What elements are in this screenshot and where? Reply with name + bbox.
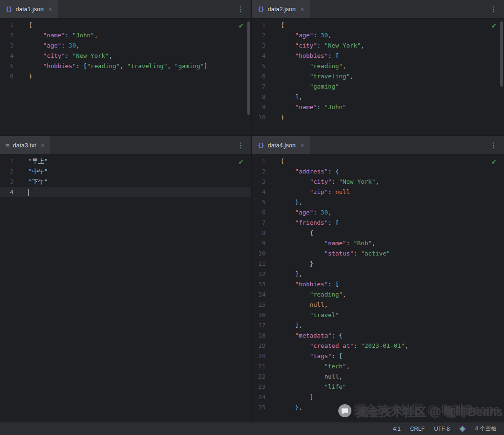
line-number[interactable]: 3 bbox=[252, 41, 273, 51]
code-line[interactable]: 21 "tech", bbox=[252, 361, 504, 372]
editor-data3-txt[interactable]: 1"早上"2"中午"3"下午"4 ✓ bbox=[0, 155, 251, 422]
code-line[interactable]: 3 "age": 30, bbox=[0, 41, 251, 51]
line-number[interactable]: 2 bbox=[0, 30, 21, 41]
code-line[interactable]: 6} bbox=[0, 71, 251, 82]
tab-close-icon[interactable]: × bbox=[300, 6, 304, 13]
more-options-icon[interactable]: ⋮ bbox=[237, 5, 251, 14]
code-line[interactable]: 3"下午" bbox=[0, 177, 251, 187]
code-line[interactable]: 7 "gaming" bbox=[252, 82, 504, 92]
line-number[interactable]: 1 bbox=[0, 156, 21, 166]
code-line[interactable]: 22 null, bbox=[252, 372, 504, 382]
code-line[interactable]: 15 null, bbox=[252, 300, 504, 310]
line-number[interactable]: 5 bbox=[0, 61, 21, 71]
line-number[interactable]: 4 bbox=[252, 187, 273, 197]
code-line[interactable]: 2 "address": { bbox=[252, 166, 504, 177]
line-number[interactable]: 2 bbox=[0, 166, 21, 177]
line-number[interactable]: 6 bbox=[0, 71, 21, 82]
code-line[interactable]: 12 ], bbox=[252, 269, 504, 279]
code-line[interactable]: 4 "hobbies": [ bbox=[252, 51, 504, 61]
editor-data4-json[interactable]: 1{2 "address": {3 "city": "New York",4 "… bbox=[252, 155, 504, 422]
code-line[interactable]: 25 }, bbox=[252, 402, 504, 413]
line-number[interactable]: 19 bbox=[252, 341, 273, 351]
line-number[interactable]: 14 bbox=[252, 290, 273, 300]
line-number[interactable]: 11 bbox=[252, 259, 273, 269]
file-encoding[interactable]: UTF-8 bbox=[434, 426, 450, 432]
editor-data2-json[interactable]: 1{2 "age": 30,3 "city": "New York",4 "ho… bbox=[252, 19, 504, 135]
line-number[interactable]: 6 bbox=[252, 207, 273, 218]
code-line[interactable]: 2 "name": "John", bbox=[0, 30, 251, 41]
line-number[interactable]: 5 bbox=[252, 61, 273, 71]
line-number[interactable]: 21 bbox=[252, 361, 273, 372]
code-line[interactable]: 8 { bbox=[252, 228, 504, 238]
code-line[interactable]: 4 bbox=[0, 187, 251, 197]
code-line[interactable]: 11 } bbox=[252, 259, 504, 269]
code-line[interactable]: 5 "reading", bbox=[252, 61, 504, 71]
code-line[interactable]: 2 "age": 30, bbox=[252, 30, 504, 41]
code-line[interactable]: 20 "tags": [ bbox=[252, 351, 504, 361]
code-line[interactable]: 1{ bbox=[252, 156, 504, 166]
tab-data1-json[interactable]: {} data1.json × bbox=[0, 0, 58, 18]
code-line[interactable]: 9 "name": "John" bbox=[252, 102, 504, 112]
line-number[interactable]: 9 bbox=[252, 238, 273, 249]
line-number[interactable]: 7 bbox=[252, 218, 273, 228]
line-number[interactable]: 2 bbox=[252, 30, 273, 41]
line-number[interactable]: 3 bbox=[0, 177, 21, 187]
status-widget-icon[interactable] bbox=[459, 426, 466, 432]
line-number[interactable]: 17 bbox=[252, 320, 273, 331]
line-number[interactable]: 10 bbox=[252, 112, 273, 123]
more-options-icon[interactable]: ⋮ bbox=[490, 5, 504, 14]
code-line[interactable]: 5 }, bbox=[252, 197, 504, 207]
line-number[interactable]: 24 bbox=[252, 392, 273, 402]
line-number[interactable]: 5 bbox=[252, 197, 273, 207]
code-line[interactable]: 6 "age": 30, bbox=[252, 207, 504, 218]
more-options-icon[interactable]: ⋮ bbox=[237, 141, 251, 150]
tab-data3-txt[interactable]: ≡ data3.txt × bbox=[0, 136, 51, 154]
line-number[interactable]: 15 bbox=[252, 300, 273, 310]
code-line[interactable]: 5 "hobbies": ["reading", "traveling", "g… bbox=[0, 61, 251, 71]
code-line[interactable]: 8 ], bbox=[252, 92, 504, 102]
code-line[interactable]: 1{ bbox=[0, 20, 251, 30]
code-line[interactable]: 19 "created_at": "2023-01-01", bbox=[252, 341, 504, 351]
inspections-ok-icon[interactable]: ✓ bbox=[238, 159, 244, 166]
line-number[interactable]: 6 bbox=[252, 71, 273, 82]
tab-close-icon[interactable]: × bbox=[41, 142, 44, 149]
line-separator[interactable]: CRLF bbox=[410, 426, 425, 432]
line-number[interactable]: 10 bbox=[252, 249, 273, 259]
code-line[interactable]: 7 "friends": [ bbox=[252, 218, 504, 228]
more-options-icon[interactable]: ⋮ bbox=[490, 141, 504, 150]
line-number[interactable]: 12 bbox=[252, 269, 273, 279]
tab-close-icon[interactable]: × bbox=[48, 6, 52, 13]
line-number[interactable]: 18 bbox=[252, 331, 273, 341]
scrollbar[interactable] bbox=[247, 21, 250, 115]
line-number[interactable]: 4 bbox=[0, 51, 21, 61]
code-line[interactable]: 4 "city": "New York", bbox=[0, 51, 251, 61]
code-line[interactable]: 24 ] bbox=[252, 392, 504, 402]
code-line[interactable]: 14 "reading", bbox=[252, 290, 504, 300]
code-line[interactable]: 18 "metadata": { bbox=[252, 331, 504, 341]
line-number[interactable]: 1 bbox=[0, 20, 21, 30]
line-number[interactable]: 1 bbox=[252, 20, 273, 30]
scrollbar[interactable] bbox=[500, 21, 503, 87]
line-number[interactable]: 16 bbox=[252, 310, 273, 320]
caret-position[interactable]: 4:1 bbox=[393, 426, 401, 432]
code-line[interactable]: 13 "hobbies": [ bbox=[252, 279, 504, 290]
line-number[interactable]: 1 bbox=[252, 156, 273, 166]
tab-close-icon[interactable]: × bbox=[300, 142, 304, 149]
inspections-ok-icon[interactable]: ✓ bbox=[491, 22, 497, 29]
line-number[interactable]: 4 bbox=[252, 51, 273, 61]
line-number[interactable]: 23 bbox=[252, 382, 273, 392]
line-number[interactable]: 8 bbox=[252, 92, 273, 102]
code-line[interactable]: 3 "city": "New York", bbox=[252, 41, 504, 51]
tab-data4-json[interactable]: {} data4.json × bbox=[252, 136, 310, 154]
line-number[interactable]: 7 bbox=[252, 82, 273, 92]
code-line[interactable]: 3 "city": "New York", bbox=[252, 177, 504, 187]
code-line[interactable]: 4 "zip": null bbox=[252, 187, 504, 197]
line-number[interactable]: 13 bbox=[252, 279, 273, 290]
line-number[interactable]: 25 bbox=[252, 402, 273, 413]
code-line[interactable]: 23 "life" bbox=[252, 382, 504, 392]
line-number[interactable]: 2 bbox=[252, 166, 273, 177]
line-number[interactable]: 3 bbox=[252, 177, 273, 187]
tab-data2-json[interactable]: {} data2.json × bbox=[252, 0, 310, 18]
line-number[interactable]: 4 bbox=[0, 187, 21, 197]
line-number[interactable]: 9 bbox=[252, 102, 273, 112]
